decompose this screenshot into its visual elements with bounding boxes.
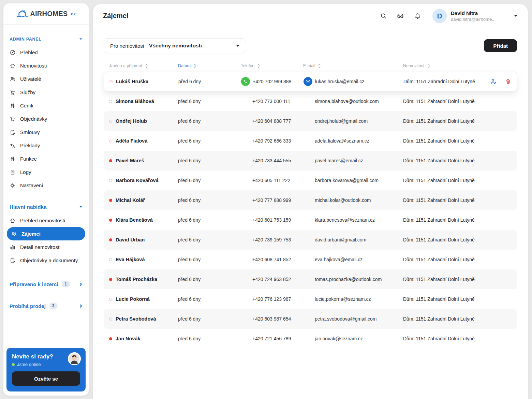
sidebar-item-label: Zájemci — [21, 231, 41, 237]
lead-date: před 6 dny — [178, 257, 241, 262]
column-header-email[interactable]: E-mail — [303, 63, 403, 68]
logo[interactable]: AIRHOMES.cz — [3, 3, 89, 25]
sidebar-item-label: Přehled — [20, 49, 38, 55]
table-row[interactable]: Pavel Mareš před 6 dny +420 733 444 555 … — [104, 151, 517, 171]
sliders-icon — [10, 103, 16, 109]
group-pripraveno-k-inzerci[interactable]: Připraveno k inzerci 1 — [10, 279, 83, 289]
sidebar-item-label: Objednávky — [20, 116, 47, 122]
group-probiha-prodej[interactable]: Probíhá prodej 3 — [10, 301, 83, 311]
table-row[interactable]: Petra Svobodová před 6 dny +420 603 987 … — [104, 309, 517, 329]
section-hlavni-nabidka[interactable]: Hlavní nabídka — [10, 204, 83, 210]
table-row[interactable]: Eva Hájková před 6 dny +420 608 741 852 … — [104, 250, 517, 269]
lead-phone: +420 603 987 654 — [252, 316, 291, 322]
sidebar-item-detail-nemovitosti[interactable]: Detail nemovitosti — [10, 240, 83, 254]
table-row[interactable]: Michal Kolář před 6 dny +420 777 888 999… — [104, 190, 517, 210]
sidebar-item-objednavky[interactable]: Objednávky — [10, 112, 83, 125]
delete-lead-button[interactable] — [505, 78, 511, 85]
user-menu[interactable]: D David Nitra david.nitra@airhome... — [432, 9, 518, 23]
column-header-date[interactable]: Datum — [178, 63, 241, 68]
filter-value: Všechny nemovitosti — [149, 43, 202, 49]
sort-icon — [145, 64, 148, 68]
lead-email: lukas.hruska@email.cz — [315, 79, 364, 84]
status-dot — [109, 258, 112, 261]
lead-name: Lucie Pokorná — [116, 296, 150, 302]
table-row[interactable]: Simona Bláhová před 6 dny +420 773 000 1… — [104, 91, 517, 111]
table-row[interactable]: Adéla Fialová před 6 dny +420 792 666 33… — [104, 131, 517, 151]
table-row[interactable]: Ondřej Holub před 6 dny +420 604 888 777… — [104, 111, 517, 131]
property-filter-select[interactable]: Pro nemovitost Všechny nemovitosti — [104, 38, 246, 53]
divider — [10, 197, 83, 197]
status-dot — [109, 199, 112, 202]
lead-name: Ondřej Holub — [116, 118, 147, 124]
section-admin-panel[interactable]: ADMIN PANEL — [10, 37, 83, 42]
add-lead-button[interactable]: Přidat — [484, 39, 517, 52]
lead-phone: +420 776 123 987 — [252, 296, 291, 302]
lead-property: Dům: 1151 Zahradní Dolní Lutyně — [403, 217, 486, 223]
lead-name: Jan Novák — [116, 336, 141, 341]
sidebar-item-preklady[interactable]: Překlady — [10, 139, 83, 152]
bell-icon[interactable] — [413, 12, 422, 20]
lead-date: před 6 dny — [178, 138, 241, 144]
lead-date: před 6 dny — [178, 217, 241, 223]
sidebar-item-nastaveni[interactable]: Nastavení — [10, 179, 83, 192]
sidebar-item-label: Funkce — [20, 156, 37, 162]
user-meta: David Nitra david.nitra@airhome... — [451, 10, 502, 22]
sidebar-item-nemovitosti[interactable]: Nemovitosti — [10, 59, 83, 72]
lead-email: simona.blahova@outlook.com — [315, 99, 379, 104]
main-header: Zájemci D David Nitra david.nitra@airhom… — [93, 4, 528, 28]
sidebar-item-uzivatele[interactable]: Uživatelé — [10, 72, 83, 86]
home-icon — [10, 63, 16, 69]
sidebar-item-prehled[interactable]: Přehled — [10, 46, 83, 59]
sidebar-item-cenik[interactable]: Ceník — [10, 99, 83, 112]
sidebar-item-label: Nemovitosti — [20, 63, 47, 69]
sidebar-item-funkce[interactable]: Funkce — [10, 152, 83, 165]
lead-phone: +420 721 456 789 — [252, 336, 291, 341]
table-row[interactable]: David Urban před 6 dny +420 739 159 753 … — [104, 230, 517, 250]
lead-email: jan.novak@seznam.cz — [315, 336, 363, 341]
chevron-down-icon[interactable] — [514, 14, 518, 17]
lead-date: před 6 dny — [178, 99, 241, 104]
table-row[interactable]: Barbora Kovářová před 6 dny +420 605 111… — [104, 171, 517, 190]
lead-phone: +420 724 963 852 — [252, 277, 291, 282]
lead-email: ondrej.holub@gmail.com — [315, 118, 368, 124]
sidebar-item-label: Uživatelé — [20, 76, 41, 82]
document-icon — [10, 169, 16, 175]
lead-email: tomas.prochazka@outlook.com — [315, 277, 382, 282]
lead-email: petra.svobodova@gmail.com — [315, 316, 377, 322]
table-row[interactable]: Tomáš Procházka před 6 dny +420 724 963 … — [104, 269, 517, 289]
section-title: ADMIN PANEL — [10, 37, 42, 42]
column-header-property[interactable]: Nemovitost — [403, 63, 486, 68]
sidebar-item-sluzby[interactable]: Služby — [10, 86, 83, 99]
sidebar-item-smlouvy[interactable]: Smlouvy — [10, 125, 83, 139]
edit-lead-button[interactable] — [490, 78, 497, 85]
table-row[interactable]: Lucie Pokorná před 6 dny +420 776 123 98… — [104, 289, 517, 309]
chat-contact-button[interactable]: Ozvěte se — [12, 371, 80, 386]
sidebar-item-label: Přehled nemovitosti — [20, 218, 65, 223]
status-dot — [109, 120, 112, 123]
sidebar-item-label: Ceník — [20, 103, 33, 108]
sidebar-nav: ADMIN PANEL Přehled Nemovitosti Uživatel… — [3, 25, 89, 311]
table-row[interactable]: Klára Benešová před 6 dny +420 601 753 1… — [104, 210, 517, 230]
sidebar-item-prehled-nemovitosti[interactable]: Přehled nemovitosti — [10, 214, 83, 227]
lead-name: Lukáš Hruška — [116, 79, 148, 84]
table-row[interactable]: Jan Novák před 6 dny +420 721 456 789 ja… — [104, 329, 517, 349]
phone-icon — [241, 77, 250, 86]
glasses-icon[interactable] — [396, 12, 404, 20]
sidebar-item-label: Služby — [20, 89, 35, 95]
column-header-phone[interactable]: Telefon — [241, 63, 303, 68]
filter-label: Pro nemovitost — [110, 43, 144, 49]
table-row[interactable]: Lukáš Hruška před 6 dny +420 702 999 888… — [104, 72, 517, 91]
lead-date: před 6 dny — [178, 178, 241, 183]
lead-email: pavel.mares@email.cz — [315, 158, 363, 163]
status-dot — [109, 80, 113, 83]
sidebar-item-label: Nastavení — [20, 182, 43, 188]
column-header-name[interactable]: Jméno a příjmení — [104, 63, 178, 68]
sidebar-item-zajemci[interactable]: Zájemci — [7, 227, 85, 240]
search-icon[interactable] — [379, 12, 387, 20]
lead-name: Tomáš Procházka — [116, 277, 157, 282]
sidebar-item-objednavky-a-dokumenty[interactable]: Objednávky a dokumenty — [10, 254, 83, 267]
cart-icon — [10, 89, 16, 95]
sidebar-item-logy[interactable]: Logy — [10, 165, 83, 179]
sidebar-item-label: Překlady — [20, 143, 40, 148]
lead-phone: +420 777 888 999 — [252, 197, 291, 203]
